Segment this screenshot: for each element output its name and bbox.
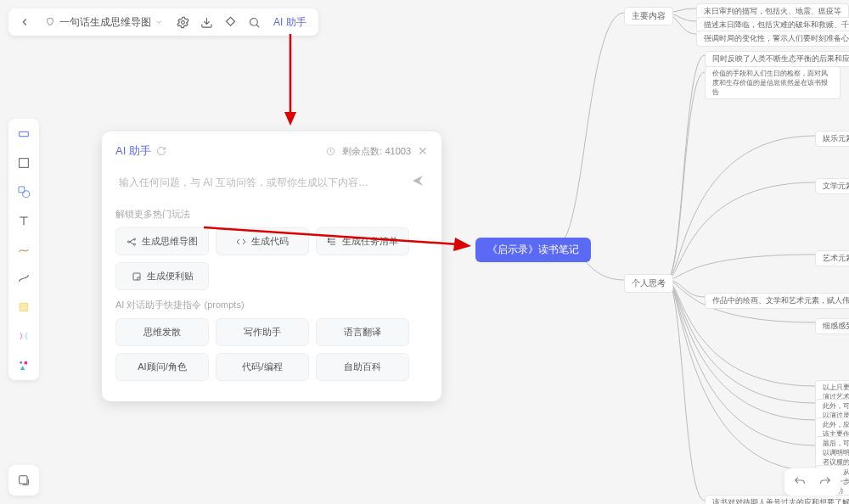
- export-icon[interactable]: [197, 13, 216, 31]
- undo-button[interactable]: [791, 473, 808, 490]
- mindmap-cat[interactable]: 娱乐元素: [815, 131, 849, 147]
- svg-point-0: [181, 20, 184, 24]
- prompts-section-label: AI 对话助手快捷指令 (prompts): [115, 299, 428, 311]
- hot-section-label: 解锁更多热门玩法: [115, 208, 428, 221]
- tool-ai-sparkle[interactable]: [14, 326, 34, 346]
- svg-point-1: [250, 18, 257, 25]
- tool-draw[interactable]: [14, 239, 34, 260]
- mindmap-canvas[interactable]: 《启示录》读书笔记 主要内容 末日审判的描写，包括火、地震、瘟疫等 描述末日降临…: [441, 0, 849, 504]
- mindmap-leaf[interactable]: 作品中的绘画、文学和艺术元素，赋人伟体现质的博德或智: [705, 293, 849, 309]
- mindmap-cat[interactable]: 艺术元素: [815, 250, 849, 266]
- tool-frame[interactable]: [14, 153, 34, 173]
- prompt-ai-role[interactable]: AI顾问/角色: [115, 353, 209, 381]
- remaining-points: 剩余点数: 41003: [342, 145, 411, 158]
- refresh-icon[interactable]: [156, 146, 166, 156]
- svg-line-21: [130, 239, 134, 242]
- action-generate-mindmap[interactable]: 生成思维导图: [115, 227, 209, 255]
- svg-point-11: [20, 361, 22, 364]
- mindmap-leaf[interactable]: 强调时局的变化性，警示人们要时刻准备心怀的灵魂: [696, 31, 849, 47]
- prompt-translate[interactable]: 语言翻译: [316, 318, 409, 346]
- svg-rect-28: [133, 273, 140, 280]
- settings-icon[interactable]: [173, 13, 192, 31]
- tool-text[interactable]: [14, 210, 34, 231]
- svg-rect-12: [25, 361, 27, 364]
- svg-rect-4: [20, 132, 29, 136]
- svg-rect-5: [20, 159, 29, 168]
- mindmap-cat[interactable]: 细感感受: [815, 318, 849, 334]
- prompt-divergent[interactable]: 思维发散: [115, 318, 209, 346]
- action-generate-code[interactable]: 生成代码: [216, 227, 309, 255]
- tool-select[interactable]: [14, 124, 34, 144]
- svg-point-19: [134, 238, 136, 240]
- mindmap-root-node[interactable]: 《启示录》读书笔记: [475, 238, 591, 262]
- svg-line-2: [256, 25, 259, 27]
- mindmap-leaf[interactable]: 该书对对待期人善号过去的应和想要了解艺术的读者来说是在: [705, 495, 849, 504]
- mindmap-leaf[interactable]: 价值的手段和人们生日的检察，面对风度和生存价值的是信息依然是在该书报告: [705, 66, 841, 99]
- search-icon[interactable]: [245, 13, 263, 31]
- ai-panel-title: AI 助手: [115, 143, 151, 159]
- prompt-coding[interactable]: 代码/编程: [216, 353, 309, 381]
- document-title-dropdown[interactable]: 一句话生成思维导图: [39, 15, 168, 30]
- action-generate-tasklist[interactable]: 生成任务清单: [316, 227, 409, 255]
- mindmap-leaf[interactable]: 同时反映了人类不断生态平衡的后果和应付的重要性: [705, 51, 849, 67]
- tag-icon[interactable]: [221, 13, 239, 31]
- redo-button[interactable]: [817, 473, 834, 490]
- svg-marker-13: [20, 366, 25, 370]
- annotation-arrow-1: [280, 34, 306, 127]
- ai-assistant-panel: AI 助手 剩余点数: 41003 ✕ 解锁更多热门玩法 生成思维导图 生成代码…: [102, 132, 441, 401]
- document-title: 一句话生成思维导图: [59, 15, 151, 30]
- svg-line-22: [130, 242, 134, 244]
- svg-marker-32: [453, 238, 471, 251]
- tool-shape[interactable]: [14, 182, 34, 202]
- top-toolbar: 一句话生成思维导图 AI 助手: [8, 8, 318, 36]
- ai-assistant-button[interactable]: AI 助手: [268, 15, 312, 30]
- back-button[interactable]: [15, 13, 34, 31]
- send-button[interactable]: [411, 174, 424, 190]
- clock-icon: [326, 147, 335, 156]
- ai-prompt-input[interactable]: [119, 176, 411, 188]
- svg-point-18: [128, 241, 130, 243]
- layers-button[interactable]: [8, 465, 39, 496]
- mindmap-cat[interactable]: 文学元素: [815, 178, 849, 194]
- svg-point-7: [23, 191, 30, 198]
- svg-marker-30: [284, 112, 296, 126]
- close-button[interactable]: ✕: [418, 144, 428, 158]
- left-toolbar: [8, 119, 39, 380]
- tool-more[interactable]: [14, 355, 34, 375]
- prompt-writing[interactable]: 写作助手: [216, 318, 309, 346]
- svg-rect-14: [20, 476, 27, 484]
- mindmap-branch-personal-thinking[interactable]: 个人思考: [624, 274, 673, 293]
- action-generate-sticky[interactable]: 生成便利贴: [115, 262, 209, 290]
- tool-sticky[interactable]: [14, 297, 34, 317]
- svg-rect-26: [329, 238, 330, 240]
- svg-rect-10: [20, 303, 27, 311]
- prompt-encyclopedia[interactable]: 自助百科: [316, 353, 409, 381]
- svg-rect-27: [329, 241, 330, 243]
- mindmap-branch-main-content[interactable]: 主要内容: [624, 7, 673, 25]
- svg-point-20: [134, 244, 136, 245]
- undo-redo-toolbar: [784, 468, 841, 496]
- tool-connector[interactable]: [14, 268, 34, 288]
